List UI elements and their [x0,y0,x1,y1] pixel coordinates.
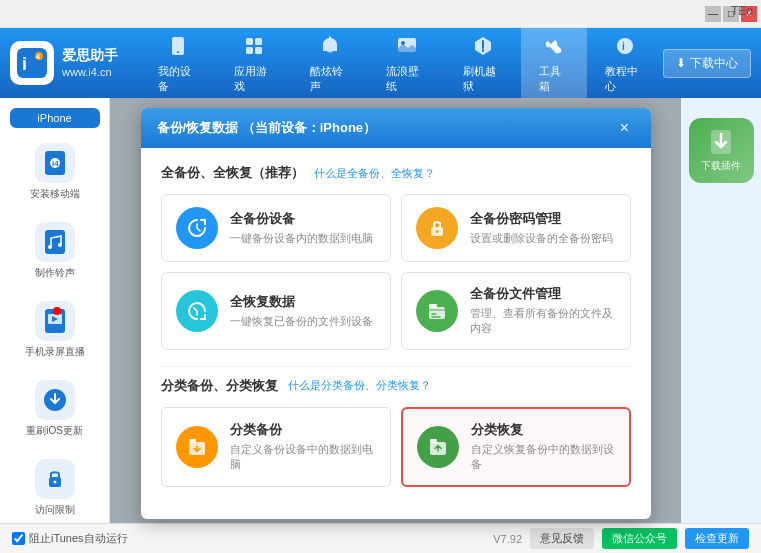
itunes-checkbox[interactable] [12,532,25,545]
ringtone-label: 制作铃声 [35,266,75,280]
right-panel: 下载插件 [681,98,761,523]
full-backup-pwd-card[interactable]: 全备份密码管理 设置或删除设备的全备份密码 [401,194,631,262]
header-right: ⬇ 下载中心 [663,49,751,78]
sidebar-item-install-app[interactable]: i4 安装移动端 [15,135,95,209]
teo-text: TEo [731,4,753,18]
sidebar-item-update-ios[interactable]: 重刷iOS更新 [15,372,95,446]
full-backup-cards: 全备份设备 一键备份设备内的数据到电脑 [161,194,631,350]
full-restore-icon [176,290,218,332]
main-content: 备份/恢复数据 （当前设备：iPhone） × 全备份、全恢复（推荐） 什么是全… [110,98,681,523]
download-center-label: 下载中心 [690,55,738,72]
dialog-title: 备份/恢复数据 （当前设备：iPhone） [157,119,377,137]
nav-item-ringtones[interactable]: 酷炫铃声 [292,24,368,102]
svg-rect-6 [246,38,253,45]
apps-games-icon [240,32,268,60]
logo-text: 爱思助手 www.i4.cn [62,46,118,81]
sidebar: iPhone i4 安装移动端 制作铃声 [0,98,110,523]
full-backup-text: 全备份设备 一键备份设备内的数据到电脑 [230,210,373,246]
itunes-status-text: 阻止iTunes自动运行 [29,531,128,546]
tools-label: 工具箱 [539,64,569,94]
my-device-label: 我的设备 [158,64,198,94]
sidebar-item-access-limit[interactable]: 访问限制 [15,451,95,525]
section1-help-link[interactable]: 什么是全备份、全恢复？ [314,166,435,181]
download-center-button[interactable]: ⬇ 下载中心 [663,49,751,78]
svg-point-5 [177,51,179,53]
update-ios-icon [35,380,75,420]
dialog-body: 全备份、全恢复（推荐） 什么是全备份、全恢复？ [141,148,651,519]
screen-live-icon [35,301,75,341]
category-backup-text: 分类备份 自定义备份设备中的数据到电脑 [230,421,376,473]
my-device-icon [164,32,192,60]
dialog-close-button[interactable]: × [615,118,635,138]
content-area: iPhone i4 安装移动端 制作铃声 [0,98,761,523]
ringtones-icon [316,32,344,60]
wallpapers-label: 流浪壁纸 [386,64,426,94]
nav-item-tutorials[interactable]: i教程中心 [587,24,663,102]
category-restore-text: 分类恢复 自定义恢复备份中的数据到设备 [471,421,615,473]
svg-rect-9 [255,47,262,54]
ringtones-label: 酷炫铃声 [310,64,350,94]
svg-rect-17 [45,230,65,254]
download-widget[interactable]: 下载插件 [689,118,754,183]
svg-rect-31 [189,439,196,443]
full-restore-card[interactable]: 全恢复数据 一键恢复已备份的文件到设备 [161,272,391,350]
category-cards: 分类备份 自定义备份设备中的数据到电脑 [161,407,631,487]
section1-header: 全备份、全恢复（推荐） 什么是全备份、全恢复？ [161,164,631,182]
nav-item-tools[interactable]: 工具箱 [521,24,587,102]
category-backup-card[interactable]: 分类备份 自定义备份设备中的数据到电脑 [161,407,391,487]
sidebar-iphone-tab[interactable]: iPhone [10,108,100,128]
itunes-status: 阻止iTunes自动运行 [12,531,485,546]
version-label: V7.92 [493,533,522,545]
backup-restore-dialog: 备份/恢复数据 （当前设备：iPhone） × 全备份、全恢复（推荐） 什么是全… [141,108,651,519]
full-backup-pwd-text: 全备份密码管理 设置或删除设备的全备份密码 [470,210,613,246]
full-backup-icon [176,207,218,249]
nav-item-my-device[interactable]: 我的设备 [140,24,216,102]
update-button[interactable]: 检查更新 [685,528,749,549]
category-backup-desc: 自定义备份设备中的数据到电脑 [230,442,376,473]
minimize-button[interactable]: — [705,6,721,22]
full-backup-pwd-icon [416,207,458,249]
sidebar-item-ringtone[interactable]: 制作铃声 [15,214,95,288]
nav-item-wallpapers[interactable]: 流浪壁纸 [368,24,444,102]
wallpapers-icon [393,32,421,60]
category-backup-icon [176,426,218,468]
category-restore-card[interactable]: 分类恢复 自定义恢复备份中的数据到设备 [401,407,631,487]
full-restore-title: 全恢复数据 [230,293,373,311]
tutorials-label: 教程中心 [605,64,645,94]
section-divider [161,366,631,367]
nav-items: 我的设备应用游戏酷炫铃声流浪壁纸刷机越狱工具箱i教程中心 [140,24,663,102]
svg-text:i4: i4 [52,159,59,168]
full-backup-desc: 一键备份设备内的数据到电脑 [230,231,373,246]
install-app-icon: i4 [35,143,75,183]
app-header: i 4 爱思助手 www.i4.cn 我的设备应用游戏酷炫铃声流浪壁纸刷机越狱工… [0,28,761,98]
svg-point-18 [48,245,52,249]
category-restore-icon [417,426,459,468]
nav-item-apps-games[interactable]: 应用游戏 [216,24,292,102]
svg-rect-29 [429,304,437,308]
category-backup-title: 分类备份 [230,421,376,439]
feedback-button[interactable]: 意见反馈 [530,528,594,549]
jailbreak-label: 刷机越狱 [463,64,503,94]
full-backup-title: 全备份设备 [230,210,373,228]
svg-point-25 [53,481,56,484]
wechat-button[interactable]: 微信公众号 [602,528,677,549]
section1-title: 全备份、全恢复（推荐） [161,164,304,182]
full-file-mgr-icon [416,290,458,332]
access-limit-label: 访问限制 [35,503,75,517]
sidebar-item-screen-live[interactable]: 手机录屏直播 [15,293,95,367]
section2-help-link[interactable]: 什么是分类备份、分类恢复？ [288,378,431,393]
svg-text:4: 4 [36,53,40,60]
full-backup-pwd-desc: 设置或删除设备的全备份密码 [470,231,613,246]
svg-rect-8 [246,47,253,54]
nav-item-jailbreak[interactable]: 刷机越狱 [445,24,521,102]
update-ios-label: 重刷iOS更新 [26,424,83,438]
svg-point-27 [435,230,438,233]
logo-area: i 4 爱思助手 www.i4.cn [10,41,140,85]
full-file-mgr-card[interactable]: 全备份文件管理 管理、查看所有备份的文件及内容 [401,272,631,350]
full-backup-card[interactable]: 全备份设备 一键备份设备内的数据到电脑 [161,194,391,262]
svg-point-19 [58,243,62,247]
category-restore-desc: 自定义恢复备份中的数据到设备 [471,442,615,473]
tutorials-icon: i [611,32,639,60]
svg-text:i: i [22,54,27,74]
dialog-overlay: 备份/恢复数据 （当前设备：iPhone） × 全备份、全恢复（推荐） 什么是全… [110,98,681,523]
